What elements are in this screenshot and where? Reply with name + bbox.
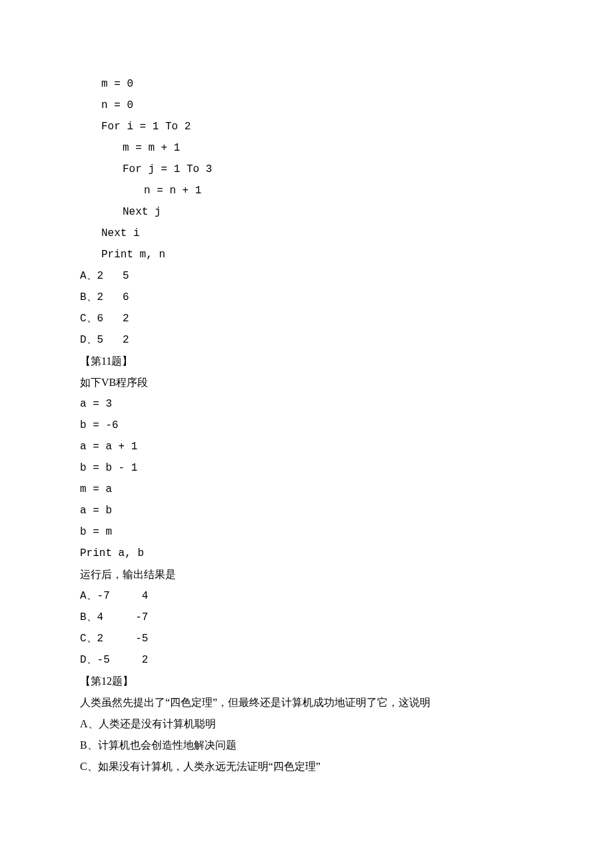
q11-stem: 如下VB程序段 [80, 372, 533, 393]
code-line: m = 0 [80, 73, 533, 95]
q11-header: 【第11题】 [80, 351, 533, 372]
code-line: a = a + 1 [80, 436, 533, 457]
q11-option-d: D、-5 2 [80, 649, 533, 671]
q11-prompt: 运行后，输出结果是 [80, 564, 533, 585]
code-line: n = 0 [80, 95, 533, 116]
code-line: n = n + 1 [80, 180, 533, 201]
code-line: m = a [80, 479, 533, 500]
code-line: Next i [80, 223, 533, 244]
q12-stem: 人类虽然先提出了“四色定理”，但最终还是计算机成功地证明了它，这说明 [80, 692, 533, 713]
q10-option-b: B、2 6 [80, 287, 533, 308]
code-line: For j = 1 To 3 [80, 159, 533, 180]
q11-option-a: A、-7 4 [80, 585, 533, 607]
code-line: For i = 1 To 2 [80, 116, 533, 137]
q10-option-d: D、5 2 [80, 329, 533, 351]
code-line: b = b - 1 [80, 457, 533, 479]
document-page: m = 0 n = 0 For i = 1 To 2 m = m + 1 For… [0, 0, 613, 817]
code-line: b = m [80, 521, 533, 543]
q10-option-c: C、6 2 [80, 308, 533, 329]
q12-option-b: B、计算机也会创造性地解决问题 [80, 735, 533, 756]
q12-option-c: C、如果没有计算机，人类永远无法证明“四色定理” [80, 756, 533, 777]
code-line: m = m + 1 [80, 137, 533, 159]
code-line: b = -6 [80, 415, 533, 436]
q11-option-b: B、4 -7 [80, 607, 533, 628]
q11-option-c: C、2 -5 [80, 628, 533, 649]
code-line: a = b [80, 500, 533, 521]
code-line: a = 3 [80, 393, 533, 415]
code-line: Print a, b [80, 543, 533, 564]
q12-header: 【第12题】 [80, 671, 533, 692]
code-line: Print m, n [80, 244, 533, 265]
code-line: Next j [80, 201, 533, 223]
q10-option-a: A、2 5 [80, 265, 533, 287]
q12-option-a: A、人类还是没有计算机聪明 [80, 713, 533, 735]
